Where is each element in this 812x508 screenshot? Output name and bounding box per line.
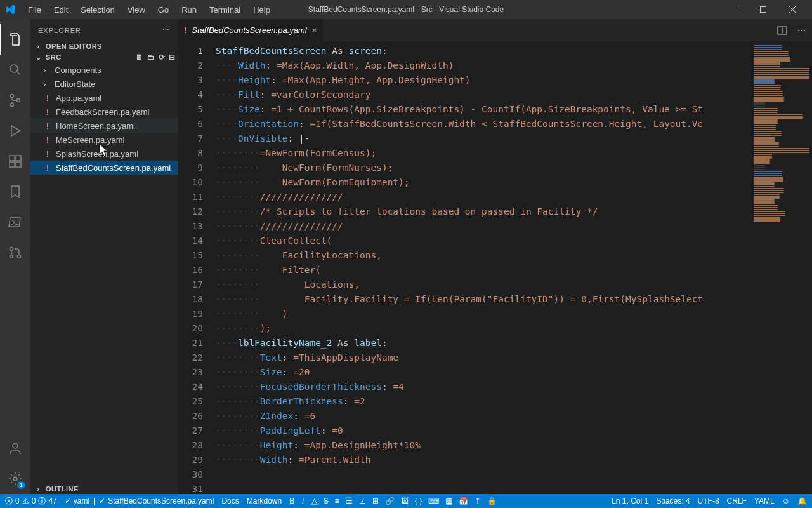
status-problems[interactable]: ⓧ0 ⚠0 ⓘ47 (5, 496, 57, 507)
activity-bar: 1 (0, 19, 30, 494)
activity-search-icon[interactable] (0, 55, 30, 85)
tab-bar: ! StaffBedCountsScreen.pa.yaml × ⋯ (178, 19, 812, 41)
svg-rect-8 (16, 162, 21, 167)
warning-triangle-icon[interactable]: △ (311, 497, 317, 505)
chevron-down-icon: ⌄ (33, 53, 43, 62)
split-editor-icon[interactable] (777, 25, 787, 36)
status-bar: ⓧ0 ⚠0 ⓘ47 ✓yaml | ✓StaffBedCountsScreen.… (0, 494, 812, 508)
calendar-icon[interactable]: 📅 (459, 497, 468, 505)
status-bold[interactable]: B (289, 497, 294, 505)
outline-section[interactable]: › OUTLINE (30, 484, 178, 494)
info-icon: ⓘ (38, 496, 46, 507)
explorer-more-icon[interactable]: ⋯ (162, 26, 170, 34)
yaml-icon: ! (184, 25, 187, 35)
close-icon[interactable]: × (312, 25, 317, 35)
chevron-right-icon: › (33, 43, 43, 50)
new-folder-icon[interactable]: 🗀 (147, 53, 155, 62)
image-icon[interactable]: 🖼 (401, 497, 409, 505)
status-indent[interactable]: Spaces: 4 (656, 497, 690, 505)
status-yaml-validate[interactable]: ✓yaml | ✓StaffBedCountsScreen.pa.yaml (65, 497, 214, 505)
svg-point-14 (13, 477, 17, 481)
menu-terminal[interactable]: Terminal (204, 3, 246, 17)
file-feedback[interactable]: !FeedbackScreen.pa.yaml (30, 105, 178, 119)
file-home[interactable]: !HomeScreen.pa.yaml (30, 119, 178, 133)
status-encoding[interactable]: UTF-8 (698, 497, 719, 505)
file-tree: ›Components ›EditorState !App.pa.yaml !F… (30, 63, 178, 175)
status-markdown[interactable]: Markdown (247, 497, 282, 505)
activity-explorer-icon[interactable] (0, 24, 30, 55)
refresh-icon[interactable]: ⟳ (159, 53, 165, 62)
line-gutter: 1234567891011121314151617181920212223242… (178, 41, 216, 494)
menu-go[interactable]: Go (153, 3, 174, 17)
checklist-icon[interactable]: ☑ (359, 497, 366, 505)
svg-point-4 (11, 104, 14, 107)
upload-icon[interactable]: ⤒ (475, 497, 481, 505)
chevron-right-icon: › (33, 485, 43, 493)
activity-account-icon[interactable] (0, 433, 30, 464)
status-cursor-position[interactable]: Ln 1, Col 1 (612, 497, 648, 505)
inline-code-icon[interactable]: ⌨ (428, 497, 439, 505)
folder-components[interactable]: ›Components (30, 63, 178, 77)
file-app[interactable]: !App.pa.yaml (30, 91, 178, 105)
status-italic[interactable]: i (302, 497, 304, 505)
window-maximize[interactable] (749, 0, 778, 19)
code-block-icon[interactable]: { } (415, 497, 422, 505)
activity-powershell-icon[interactable] (0, 207, 30, 237)
status-language[interactable]: YAML (754, 497, 775, 505)
more-actions-icon[interactable]: ⋯ (797, 25, 806, 35)
list-ul-icon[interactable]: ≡ (335, 497, 339, 505)
svg-point-3 (11, 95, 14, 98)
svg-rect-0 (731, 10, 737, 10)
table-icon[interactable]: ▦ (445, 497, 452, 505)
activity-git-pr-icon[interactable] (0, 237, 30, 268)
file-staffbedcounts[interactable]: !StaffBedCountsScreen.pa.yaml (30, 161, 178, 175)
tab-staffbedcounts[interactable]: ! StaffBedCountsScreen.pa.yaml × (178, 19, 324, 41)
svg-rect-6 (10, 156, 15, 161)
file-me[interactable]: !MeScreen.pa.yaml (30, 133, 178, 147)
activity-extensions-icon[interactable] (0, 146, 30, 177)
titlebar: File Edit Selection View Go Run Terminal… (0, 0, 812, 19)
svg-rect-7 (10, 162, 15, 167)
open-editors-section[interactable]: › OPEN EDITORS (30, 41, 178, 51)
activity-sourcecontrol-icon[interactable] (0, 85, 30, 116)
folder-editorstate[interactable]: ›EditorState (30, 77, 178, 91)
link-icon[interactable]: 🔗 (385, 497, 395, 505)
minimap[interactable] (751, 41, 812, 494)
code-content[interactable]: StaffBedCountsScreen As screen:····Width… (216, 41, 751, 494)
error-icon: ⓧ (5, 496, 13, 507)
tab-label: StaffBedCountsScreen.pa.yaml (192, 25, 306, 35)
window-close[interactable] (778, 0, 807, 19)
window-minimize[interactable] (719, 0, 749, 19)
menu-run[interactable]: Run (176, 3, 202, 17)
menu-view[interactable]: View (122, 3, 150, 17)
check-icon: ✓ (65, 497, 71, 505)
warning-icon: ⚠ (22, 497, 29, 505)
menu-edit[interactable]: Edit (49, 3, 73, 17)
collapse-icon[interactable]: ⊟ (169, 53, 175, 62)
src-section[interactable]: ⌄ SRC 🗎 🗀 ⟳ ⊟ (30, 51, 178, 63)
menu-file[interactable]: File (23, 3, 46, 17)
menu-selection[interactable]: Selection (75, 3, 119, 17)
svg-point-10 (10, 248, 13, 251)
list-ol-icon[interactable]: ☰ (346, 497, 353, 505)
vscode-icon (5, 4, 15, 15)
activity-run-icon[interactable] (0, 116, 30, 146)
add-box-icon[interactable]: ⊞ (372, 497, 379, 505)
activity-settings-icon[interactable]: 1 (0, 464, 30, 494)
file-splash[interactable]: !SplashScreen.pa.yaml (30, 147, 178, 161)
status-feedback-icon[interactable]: ☺ (782, 497, 790, 505)
status-docs[interactable]: Docs (221, 497, 239, 505)
activity-bookmark-icon[interactable] (0, 177, 30, 207)
svg-point-12 (18, 255, 21, 258)
menu-help[interactable]: Help (248, 3, 275, 17)
new-file-icon[interactable]: 🗎 (136, 53, 143, 62)
strikethrough-icon[interactable]: S̶ (324, 497, 329, 505)
status-bell-icon[interactable]: 🔔 (797, 497, 807, 505)
svg-point-13 (13, 443, 18, 448)
lock-icon[interactable]: 🔒 (487, 497, 497, 505)
svg-point-5 (17, 99, 20, 102)
status-md-icons: △ S̶ ≡ ☰ ☑ ⊞ 🔗 🖼 { } ⌨ ▦ 📅 ⤒ 🔒 (311, 497, 497, 505)
status-eol[interactable]: CRLF (727, 497, 747, 505)
explorer-sidebar: EXPLORER ⋯ › OPEN EDITORS ⌄ SRC 🗎 🗀 ⟳ ⊟ … (30, 19, 178, 494)
settings-badge: 1 (17, 481, 25, 489)
